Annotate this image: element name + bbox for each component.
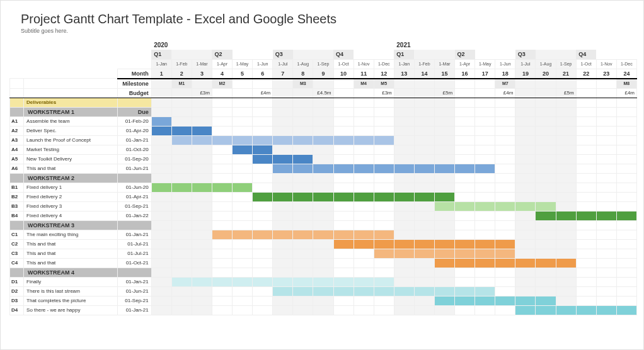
gantt-bar-C3[interactable] — [394, 249, 414, 258]
gantt-bar-A3[interactable] — [253, 135, 273, 145]
gantt-bar-D3[interactable] — [515, 296, 536, 305]
gantt-bar-B2[interactable] — [333, 192, 354, 201]
gantt-bar-C4[interactable] — [495, 258, 515, 268]
gantt-bar-C4[interactable] — [515, 258, 536, 268]
gantt-bar-C1[interactable] — [293, 230, 313, 239]
gantt-bar-C1[interactable] — [233, 230, 253, 239]
gantt-bar-C2[interactable] — [394, 239, 414, 249]
gantt-bar-D4[interactable] — [515, 305, 536, 315]
gantt-bar-C1[interactable] — [333, 230, 354, 239]
gantt-bar-A3[interactable] — [192, 135, 212, 145]
gantt-bar-D3[interactable] — [536, 296, 556, 305]
gantt-bar-C1[interactable] — [253, 230, 273, 239]
gantt-bar-B2[interactable] — [354, 192, 374, 201]
gantt-bar-B2[interactable] — [434, 192, 454, 201]
gantt-bar-D1[interactable] — [333, 277, 354, 286]
gantt-bar-B1[interactable] — [192, 183, 212, 192]
gantt-bar-B4[interactable] — [536, 211, 556, 220]
gantt-bar-D2[interactable] — [374, 286, 394, 296]
gantt-bar-C2[interactable] — [455, 239, 475, 249]
gantt-bar-A6[interactable] — [333, 164, 354, 173]
gantt-bar-D2[interactable] — [414, 286, 434, 296]
gantt-bar-C3[interactable] — [414, 249, 434, 258]
gantt-bar-B2[interactable] — [374, 192, 394, 201]
gantt-bar-B2[interactable] — [253, 192, 273, 201]
gantt-bar-A2[interactable] — [171, 126, 192, 135]
gantt-bar-B1[interactable] — [151, 183, 171, 192]
gantt-bar-D4[interactable] — [596, 305, 616, 315]
gantt-bar-D1[interactable] — [273, 277, 293, 286]
gantt-bar-D1[interactable] — [171, 277, 192, 286]
gantt-bar-C2[interactable] — [475, 239, 495, 249]
gantt-bar-D1[interactable] — [233, 277, 253, 286]
gantt-bar-C1[interactable] — [374, 230, 394, 239]
gantt-bar-C1[interactable] — [212, 230, 232, 239]
gantt-bar-A6[interactable] — [394, 164, 414, 173]
gantt-bar-D3[interactable] — [434, 296, 454, 305]
gantt-bar-C3[interactable] — [374, 249, 394, 258]
gantt-bar-A2[interactable] — [151, 126, 171, 135]
gantt-bar-C2[interactable] — [495, 239, 515, 249]
gantt-bar-B4[interactable] — [576, 211, 596, 220]
gantt-bar-C3[interactable] — [434, 249, 454, 258]
gantt-bar-D2[interactable] — [273, 286, 293, 296]
gantt-bar-A3[interactable] — [273, 135, 293, 145]
gantt-bar-C2[interactable] — [354, 239, 374, 249]
gantt-bar-C1[interactable] — [313, 230, 333, 239]
gantt-bar-A6[interactable] — [455, 164, 475, 173]
gantt-bar-A5[interactable] — [293, 154, 313, 164]
gantt-bar-D2[interactable] — [333, 286, 354, 296]
gantt-bar-D4[interactable] — [556, 305, 576, 315]
gantt-bar-D4[interactable] — [616, 305, 636, 315]
gantt-bar-B2[interactable] — [394, 192, 414, 201]
gantt-bar-C3[interactable] — [495, 249, 515, 258]
gantt-bar-A6[interactable] — [414, 164, 434, 173]
gantt-bar-D3[interactable] — [455, 296, 475, 305]
gantt-bar-D1[interactable] — [293, 277, 313, 286]
gantt-bar-D2[interactable] — [475, 286, 495, 296]
gantt-bar-A3[interactable] — [293, 135, 313, 145]
gantt-bar-B3[interactable] — [515, 201, 536, 211]
gantt-bar-A3[interactable] — [233, 135, 253, 145]
gantt-bar-C4[interactable] — [475, 258, 495, 268]
gantt-bar-B2[interactable] — [414, 192, 434, 201]
gantt-bar-A3[interactable] — [354, 135, 374, 145]
gantt-bar-C4[interactable] — [556, 258, 576, 268]
gantt-bar-A6[interactable] — [354, 164, 374, 173]
gantt-bar-D4[interactable] — [536, 305, 556, 315]
gantt-bar-A1[interactable] — [151, 116, 171, 126]
gantt-bar-A5[interactable] — [253, 154, 273, 164]
gantt-bar-B4[interactable] — [596, 211, 616, 220]
gantt-bar-D2[interactable] — [293, 286, 313, 296]
gantt-bar-D1[interactable] — [253, 277, 273, 286]
gantt-bar-D2[interactable] — [313, 286, 333, 296]
gantt-bar-C1[interactable] — [354, 230, 374, 239]
gantt-bar-C4[interactable] — [536, 258, 556, 268]
gantt-bar-A3[interactable] — [171, 135, 192, 145]
gantt-bar-B3[interactable] — [495, 201, 515, 211]
gantt-bar-B1[interactable] — [171, 183, 192, 192]
gantt-bar-B3[interactable] — [434, 201, 454, 211]
gantt-bar-D3[interactable] — [475, 296, 495, 305]
gantt-bar-A6[interactable] — [313, 164, 333, 173]
gantt-bar-A6[interactable] — [293, 164, 313, 173]
gantt-bar-A6[interactable] — [475, 164, 495, 173]
gantt-bar-A6[interactable] — [374, 164, 394, 173]
gantt-bar-A3[interactable] — [212, 135, 232, 145]
gantt-bar-A2[interactable] — [192, 126, 212, 135]
gantt-bar-D2[interactable] — [455, 286, 475, 296]
gantt-bar-D1[interactable] — [374, 277, 394, 286]
gantt-bar-B1[interactable] — [233, 183, 253, 192]
gantt-bar-A4[interactable] — [233, 145, 253, 154]
gantt-bar-A4[interactable] — [253, 145, 273, 154]
gantt-bar-C2[interactable] — [434, 239, 454, 249]
gantt-bar-A3[interactable] — [313, 135, 333, 145]
gantt-bar-A6[interactable] — [434, 164, 454, 173]
gantt-bar-C3[interactable] — [475, 249, 495, 258]
gantt-bar-A3[interactable] — [333, 135, 354, 145]
gantt-bar-A3[interactable] — [374, 135, 394, 145]
gantt-bar-D2[interactable] — [394, 286, 414, 296]
gantt-bar-B4[interactable] — [616, 211, 636, 220]
gantt-bar-D1[interactable] — [212, 277, 232, 286]
gantt-bar-B3[interactable] — [536, 201, 556, 211]
